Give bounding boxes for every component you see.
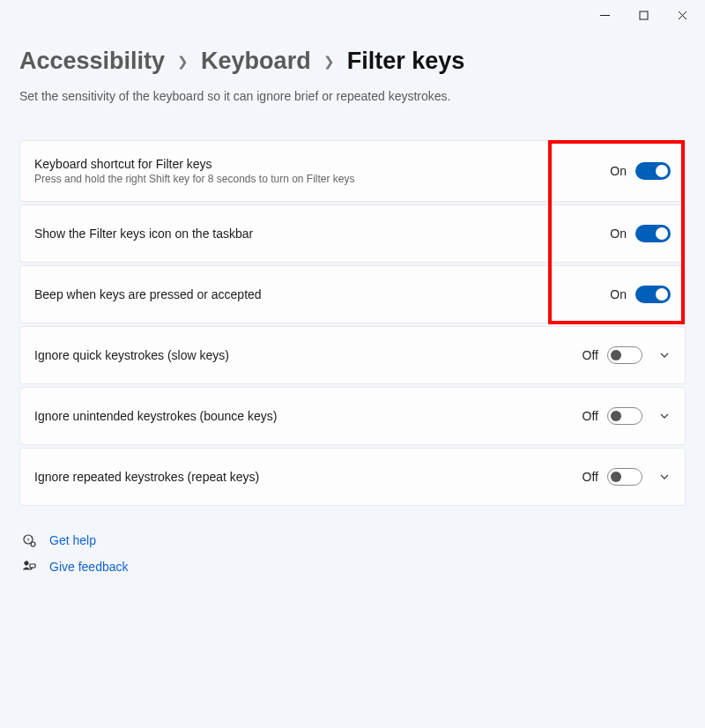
toggle-switch[interactable] [635,162,671,180]
chevron-down-icon[interactable] [658,349,671,361]
toggle-state-label: Off [583,409,598,423]
svg-point-5 [31,542,35,546]
minimize-button[interactable] [585,2,624,28]
toggle-state-label: On [610,164,627,178]
chevron-down-icon[interactable] [658,471,671,483]
toggle-state-label: On [610,287,627,301]
get-help-link[interactable]: Get help [49,533,96,547]
page-description: Set the sensitivity of the keyboard so i… [19,89,686,103]
help-icon: ? [21,532,37,548]
feedback-link-row: Give feedback [21,559,686,575]
maximize-button[interactable] [624,2,663,28]
svg-rect-1 [640,11,648,19]
setting-title: Ignore quick keystrokes (slow keys) [34,348,229,362]
setting-title: Ignore repeated keystrokes (repeat keys) [34,470,259,484]
toggle-state-label: Off [583,348,598,362]
setting-title: Show the Filter keys icon on the taskbar [34,227,253,241]
toggle-state-label: On [610,227,627,241]
toggle-switch[interactable] [607,346,642,364]
setting-subtitle: Press and hold the right Shift key for 8… [34,173,355,185]
window-titlebar [0,0,705,30]
toggle-switch[interactable] [635,225,671,242]
toggle-switch[interactable] [607,407,642,425]
breadcrumb-accessibility[interactable]: Accessibility [19,48,165,75]
setting-row: Show the Filter keys icon on the taskbar… [19,204,686,263]
setting-row: Keyboard shortcut for Filter keysPress a… [19,140,686,202]
breadcrumb-current: Filter keys [347,48,465,75]
setting-title: Beep when keys are pressed or accepted [34,287,262,301]
svg-rect-8 [30,564,35,568]
breadcrumb: Accessibility ❯ Keyboard ❯ Filter keys [19,48,686,75]
setting-row: Ignore unintended keystrokes (bounce key… [19,387,686,445]
setting-title: Keyboard shortcut for Filter keys [34,157,355,171]
chevron-down-icon[interactable] [658,410,671,422]
close-button[interactable] [663,2,701,28]
give-feedback-link[interactable]: Give feedback [49,560,129,574]
setting-title: Ignore unintended keystrokes (bounce key… [34,409,278,423]
chevron-right-icon: ❯ [177,54,189,70]
setting-row: Ignore repeated keystrokes (repeat keys)… [19,448,686,506]
svg-point-7 [25,561,28,565]
setting-row: Beep when keys are pressed or acceptedOn [19,265,686,323]
toggle-state-label: Off [583,470,598,484]
help-link-row: ? Get help [21,532,686,548]
settings-list: Keyboard shortcut for Filter keysPress a… [19,140,686,506]
toggle-switch[interactable] [607,468,642,486]
feedback-icon [21,559,37,575]
svg-text:?: ? [26,538,30,543]
toggle-switch[interactable] [635,286,671,303]
chevron-right-icon: ❯ [323,54,335,70]
breadcrumb-keyboard[interactable]: Keyboard [201,48,311,75]
setting-row: Ignore quick keystrokes (slow keys)Off [19,326,686,384]
